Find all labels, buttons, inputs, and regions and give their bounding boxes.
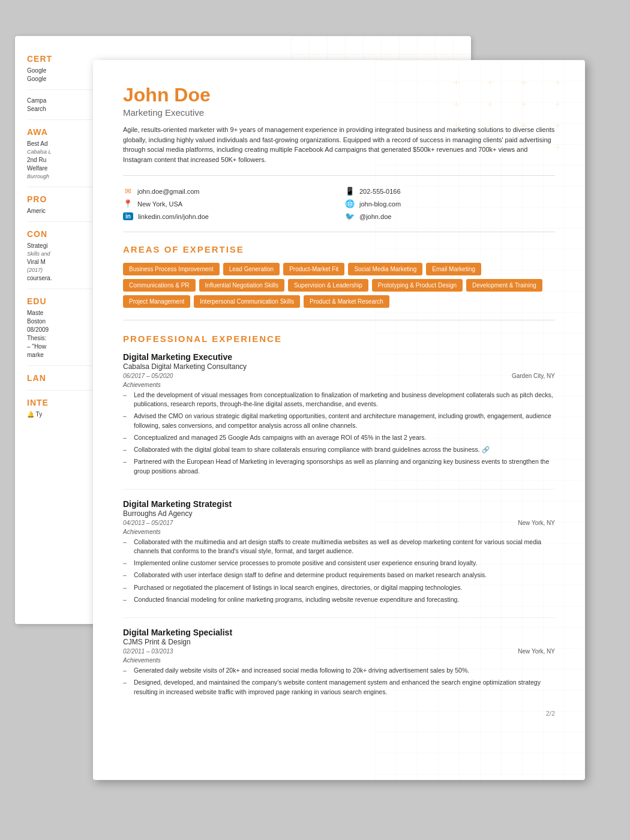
location-icon: 📍 xyxy=(123,199,133,208)
dash: – xyxy=(123,559,129,568)
contact-location: 📍 New York, USA xyxy=(123,199,333,208)
website-icon: 🌐 xyxy=(345,199,355,208)
front-decoration xyxy=(375,60,585,780)
linkedin-text: linkedin.com/in/john.doe xyxy=(138,213,209,220)
location-text: New York, USA xyxy=(137,200,182,208)
email-icon: ✉ xyxy=(123,187,133,196)
dash: – xyxy=(123,538,129,556)
page-wrapper: CERT Google Google Campa Search AWA Best… xyxy=(21,24,609,780)
email-text: john.doe@gmail.com xyxy=(137,188,200,195)
decoration-plus: + + + + + + + + + + + + + + + + xyxy=(453,72,573,158)
twitter-icon: 🐦 xyxy=(345,212,355,221)
tag-pm: Project Management xyxy=(123,295,190,308)
page-front: + + + + + + + + + + + + + + + + John Doe… xyxy=(93,60,585,780)
dash: – xyxy=(123,678,129,696)
linkedin-icon: in xyxy=(123,212,133,220)
dash: – xyxy=(123,571,129,580)
contact-email: ✉ john.doe@gmail.com xyxy=(123,187,333,196)
dash: – xyxy=(123,583,129,592)
dash: – xyxy=(123,412,129,430)
dash: – xyxy=(123,595,129,604)
contact-linkedin: in linkedin.com/in/john.doe xyxy=(123,212,333,221)
tag-cpr: Communications & PR xyxy=(123,279,196,292)
job-1-dates: 06/2017 – 05/2020 xyxy=(123,373,173,379)
phone-icon: 📱 xyxy=(345,187,355,196)
job-3-dates: 02/2011 – 03/2013 xyxy=(123,648,173,655)
dash: – xyxy=(123,457,129,475)
tag-bpi: Business Process Improvement xyxy=(123,263,220,275)
dash: – xyxy=(123,433,129,442)
tag-pmf: Product-Market Fit xyxy=(283,263,344,275)
dash: – xyxy=(123,445,129,454)
tag-ics: Interpersonal Communication Skills xyxy=(194,295,300,308)
dash: – xyxy=(123,391,129,409)
dash: – xyxy=(123,666,129,675)
job-2-dates: 04/2013 – 05/2017 xyxy=(123,520,173,526)
tag-lg: Lead Generation xyxy=(223,263,280,275)
tag-ins: Influential Negotiation Skills xyxy=(199,279,284,292)
tag-sl: Supervision & Leadership xyxy=(288,279,368,292)
